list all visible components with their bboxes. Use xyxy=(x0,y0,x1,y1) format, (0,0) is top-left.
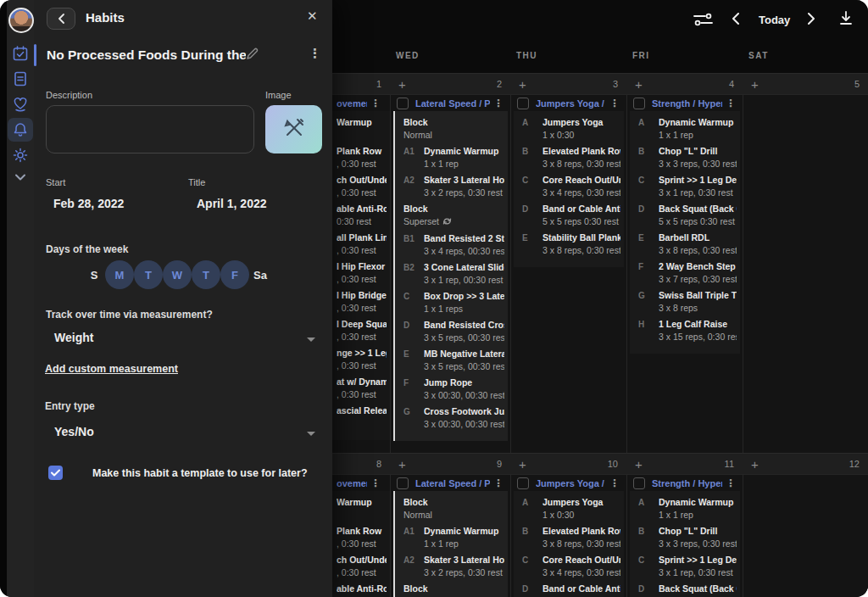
day-toggle-t-2[interactable]: T xyxy=(134,260,163,289)
workout-complete-checkbox[interactable] xyxy=(397,477,409,489)
description-input[interactable] xyxy=(46,105,254,153)
next-week-chevron-icon[interactable] xyxy=(807,13,815,28)
measurement-chevron-down-icon[interactable] xyxy=(307,338,315,342)
workout-menu-kebab-icon[interactable]: ⋮ xyxy=(726,479,736,488)
download-icon[interactable] xyxy=(839,11,853,29)
habit-menu-kebab-icon[interactable]: ⋮ xyxy=(309,46,321,61)
workout-card-title-row[interactable]: Lateral Speed / Plyo⋮ xyxy=(397,476,504,490)
habit-image[interactable] xyxy=(265,105,322,153)
avatar[interactable] xyxy=(8,8,34,33)
day-toggle-w-3[interactable]: W xyxy=(163,260,192,289)
add-workout-plus-icon[interactable]: + xyxy=(398,457,406,472)
exercise-letter: E xyxy=(522,232,542,257)
workout-title[interactable]: Lateral Speed / Plyo xyxy=(415,478,490,488)
workout-title[interactable]: ovement Q... xyxy=(337,98,367,109)
exercise-text: Band or Cable Anti Rotati...5 x 5 reps 0… xyxy=(542,203,620,228)
sidebar-item-calendar[interactable] xyxy=(13,46,28,61)
exercise-text: Box Drop >> 3 Lateral H...1 x 1 reps xyxy=(424,290,504,315)
workout-card-title-row[interactable]: Lateral Speed / Plyo⋮ xyxy=(397,96,504,110)
exercise-row: at w/ Dynamic P..., 0:30 rest xyxy=(337,376,387,401)
exercise-name: Elevated Plank Row xyxy=(542,145,620,158)
exercise-text: Jumpers Yoga1 x 0:30 xyxy=(542,496,620,522)
add-workout-plus-icon[interactable]: + xyxy=(519,457,526,472)
workout-menu-kebab-icon[interactable]: ⋮ xyxy=(370,479,381,488)
column-divider[interactable] xyxy=(743,73,743,597)
workout-menu-kebab-icon[interactable]: ⋮ xyxy=(370,99,381,108)
add-workout-plus-icon[interactable]: + xyxy=(635,457,643,472)
add-workout-plus-icon[interactable]: + xyxy=(398,77,406,92)
workout-menu-kebab-icon[interactable]: ⋮ xyxy=(609,479,620,488)
start-date-value[interactable]: Feb 28, 2022 xyxy=(53,197,124,210)
sidebar-item-notes[interactable] xyxy=(13,71,28,86)
back-button[interactable] xyxy=(47,8,75,30)
sidebar-more-chevron-down-icon[interactable] xyxy=(13,170,28,185)
habit-title: No Processed Foods During the Week xyxy=(47,47,246,63)
template-checkbox[interactable] xyxy=(48,466,63,480)
workout-complete-checkbox[interactable] xyxy=(397,98,409,109)
exercise-row: CSprint >> 1 Leg Declarations3 x 1 rep, … xyxy=(630,554,737,579)
day-toggle-sa-6[interactable]: Sa xyxy=(249,269,271,282)
prev-week-chevron-icon[interactable] xyxy=(732,13,740,28)
sidebar-item-settings[interactable] xyxy=(13,148,28,163)
workout-card-title-row[interactable]: Strength / Hypertro...⋮ xyxy=(633,476,736,490)
day-toggle-f-5[interactable]: F xyxy=(220,260,249,289)
workout-complete-checkbox[interactable] xyxy=(633,98,645,109)
workout-card-title-row[interactable]: ovement Q...⋮ xyxy=(337,96,381,110)
exercise-row: F2 Way Bench Step Up3 x 7 reps, 0:30 res… xyxy=(630,260,737,286)
close-icon[interactable]: ✕ xyxy=(307,8,318,24)
add-custom-measurement-link[interactable]: Add custom measurement xyxy=(45,363,178,375)
add-workout-plus-icon[interactable]: + xyxy=(751,457,759,472)
add-workout-plus-icon[interactable]: + xyxy=(519,77,526,92)
workout-menu-kebab-icon[interactable]: ⋮ xyxy=(493,99,504,108)
workout-title[interactable]: Strength / Hypertro... xyxy=(652,98,722,109)
workout-complete-checkbox[interactable] xyxy=(633,477,645,489)
workout-card-title-row[interactable]: ovement Q...⋮ xyxy=(337,476,381,490)
workout-menu-kebab-icon[interactable]: ⋮ xyxy=(726,99,736,108)
day-cell-header: +2 xyxy=(390,74,510,96)
exercise-name: Sprint >> 1 Leg Declarations xyxy=(659,554,737,566)
entry-type-select[interactable]: Yes/No xyxy=(54,425,94,438)
exercise-letter: A2 xyxy=(403,554,424,579)
exercise-row: BElevated Plank Row3 x 8 reps, 0:30 rest xyxy=(514,525,620,550)
workout-complete-checkbox[interactable] xyxy=(517,477,529,489)
workout-title[interactable]: ovement Q... xyxy=(337,478,367,488)
measurement-select[interactable]: Weight xyxy=(54,331,93,344)
add-workout-plus-icon[interactable]: + xyxy=(635,77,643,92)
day-toggle-m-1[interactable]: M xyxy=(105,260,134,289)
sidebar-item-notifications[interactable] xyxy=(13,122,28,137)
exercise-letter: E xyxy=(403,348,424,373)
edit-pencil-icon[interactable] xyxy=(246,47,259,64)
add-workout-plus-icon[interactable]: + xyxy=(751,77,759,92)
today-button[interactable]: Today xyxy=(759,14,790,26)
exercise-text: Core Reach Out/Under3 x 4 reps, 0:30 res… xyxy=(542,554,620,579)
exercise-letter: A1 xyxy=(403,525,424,550)
workout-title[interactable]: Jumpers Yoga / Core xyxy=(536,478,606,488)
exercise-letter: D xyxy=(403,319,424,344)
exercise-text: Chop "L" Drill3 x 3 reps, 0:30 rest xyxy=(659,145,737,170)
exercise-name: Band Resisted Crossover... xyxy=(424,319,504,332)
column-divider[interactable] xyxy=(626,73,627,597)
workout-card-title-row[interactable]: Jumpers Yoga / Core⋮ xyxy=(517,96,620,110)
exercise-name: able Anti-Rotati... xyxy=(337,583,387,595)
workout-title[interactable]: Strength / Hypertro... xyxy=(652,478,722,488)
exercise-name: Plank Row xyxy=(337,525,387,538)
day-toggle-s-0[interactable]: S xyxy=(83,269,105,282)
exercise-text: Jumpers Yoga1 x 0:30 xyxy=(542,116,620,142)
filter-sliders-icon[interactable] xyxy=(693,12,713,31)
exercise-row: H1 Leg Calf Raise3 x 15 reps, 0:30 rest xyxy=(630,318,737,343)
sidebar-item-health[interactable] xyxy=(13,97,28,112)
column-divider[interactable] xyxy=(390,73,391,597)
workout-title[interactable]: Jumpers Yoga / Core xyxy=(536,98,606,109)
workout-title[interactable]: Lateral Speed / Plyo xyxy=(415,98,490,109)
workout-card-title-row[interactable]: Strength / Hypertro...⋮ xyxy=(633,96,736,110)
workout-menu-kebab-icon[interactable]: ⋮ xyxy=(493,479,504,488)
exercise-row: A2Skater 3 Lateral Hops >> ...3 x 2 reps… xyxy=(395,174,504,199)
column-divider[interactable] xyxy=(510,73,511,597)
end-date-value[interactable]: April 1, 2022 xyxy=(197,197,267,210)
workout-complete-checkbox[interactable] xyxy=(517,98,529,109)
workout-menu-kebab-icon[interactable]: ⋮ xyxy=(609,99,620,108)
day-toggle-t-4[interactable]: T xyxy=(192,260,220,289)
entry-type-chevron-down-icon[interactable] xyxy=(307,432,315,436)
workout-card-title-row[interactable]: Jumpers Yoga / Core⋮ xyxy=(517,476,620,490)
exercise-detail: 3 x 1 rep, 0:30 rest xyxy=(659,187,737,199)
